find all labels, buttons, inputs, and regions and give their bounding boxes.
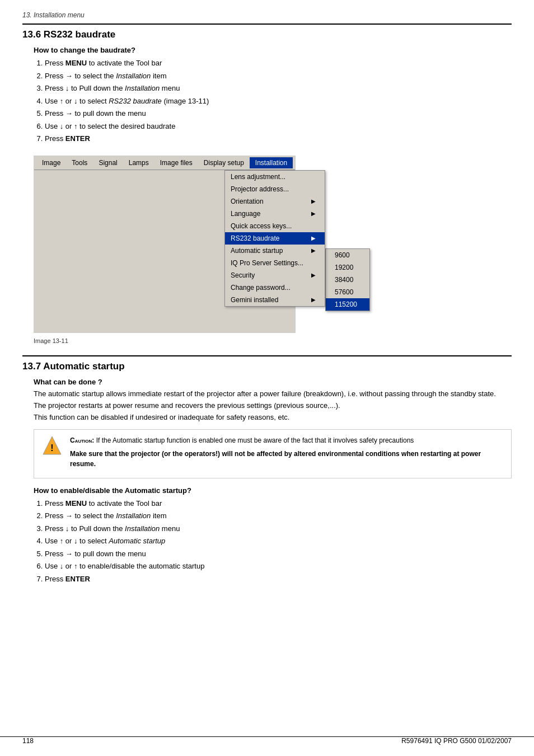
step-137-5: Press → to pull down the menu — [45, 548, 512, 560]
menu-bar: Image Tools Signal Lamps Image files Dis… — [34, 156, 295, 170]
dropdown-rs232[interactable]: RS232 baudrate▶ — [225, 232, 325, 245]
steps-137: Press MENU to activate the Tool bar Pres… — [45, 498, 512, 585]
auto-startup-para2: The projector restarts at power resume a… — [34, 401, 512, 410]
steps-136: Press MENU to activate the Tool bar Pres… — [45, 58, 512, 144]
menu-item-image[interactable]: Image — [36, 157, 66, 168]
caution-text: Caution: If the Automatic startup functi… — [70, 435, 503, 472]
step-136-5: Press → to pull down the menu — [45, 108, 512, 119]
baud-115200[interactable]: 115200 — [326, 298, 369, 311]
section-136: 13.6 RS232 baudrate How to change the ba… — [22, 24, 512, 344]
breadcrumb: 13. Installation menu — [22, 11, 512, 19]
section-136-title: 13.6 RS232 baudrate — [22, 29, 512, 40]
step-137-7: Press ENTER — [45, 574, 512, 585]
subsection-136-1-title: How to change the baudrate? — [34, 46, 512, 54]
menu-item-signal[interactable]: Signal — [93, 157, 123, 168]
caution-icon: ! — [42, 435, 62, 456]
section-137: 13.7 Automatic startup What can be done … — [22, 355, 512, 585]
dropdown-iqpro[interactable]: IQ Pro Server Settings... — [225, 257, 325, 269]
step-136-4: Use ↑ or ↓ to select RS232 baudrate (ima… — [45, 96, 512, 107]
baudrate-submenu: 9600 19200 38400 57600 115200 — [325, 248, 370, 311]
installation-dropdown: Lens adjustment... Projector address... … — [224, 170, 325, 307]
step-136-7: Press ENTER — [45, 133, 512, 144]
dropdown-autostartup[interactable]: Automatic startup▶ — [225, 245, 325, 257]
section-137-content: What can be done ? The automatic startup… — [34, 378, 512, 585]
dropdown-changepassword[interactable]: Change password... — [225, 281, 325, 294]
step-136-3: Press ↓ to Pull down the Installation me… — [45, 83, 512, 94]
step-136-6: Use ↓ or ↑ to select the desired baudrat… — [45, 121, 512, 132]
section-137-title: 13.7 Automatic startup — [22, 361, 512, 372]
auto-startup-para1: The automatic startup allows immediate r… — [34, 389, 512, 398]
svg-text:!: ! — [50, 443, 53, 453]
dropdown-lens[interactable]: Lens adjustment... — [225, 171, 325, 183]
page-number: 118 — [22, 737, 34, 745]
baud-19200[interactable]: 19200 — [326, 261, 369, 274]
step-136-2: Press → to select the Installation item — [45, 71, 512, 82]
step-137-1: Press MENU to activate the Tool bar — [45, 498, 512, 509]
dropdown-quickaccess[interactable]: Quick access keys... — [225, 220, 325, 232]
doc-reference: R5976491 IQ PRO G500 01/02/2007 — [401, 737, 512, 745]
dropdown-projector[interactable]: Projector address... — [225, 183, 325, 195]
menu-item-imagefiles[interactable]: Image files — [154, 157, 198, 168]
dropdown-orientation[interactable]: Orientation ▶ — [225, 195, 325, 208]
step-137-4: Use ↑ or ↓ to select Automatic startup — [45, 536, 512, 547]
baud-57600[interactable]: 57600 — [326, 286, 369, 298]
baud-9600[interactable]: 9600 — [326, 249, 369, 261]
menu-item-lamps[interactable]: Lamps — [123, 157, 154, 168]
image-caption-1311: Image 13-11 — [34, 337, 512, 344]
dropdown-gemini[interactable]: Gemini installed▶ — [225, 294, 325, 306]
dropdown-security[interactable]: Security▶ — [225, 269, 325, 281]
dropdown-language[interactable]: Language ▶ — [225, 208, 325, 220]
step-137-3: Press ↓ to Pull down the Installation me… — [45, 523, 512, 534]
page-footer: 118 R5976491 IQ PRO G500 01/02/2007 — [0, 736, 534, 745]
how-enable-disable-title: How to enable/disable the Automatic star… — [34, 486, 512, 495]
step-137-2: Press → to select the Installation item — [45, 510, 512, 522]
baud-38400[interactable]: 38400 — [326, 274, 369, 286]
what-can-be-done-title: What can be done ? — [34, 378, 512, 386]
menu-item-displaysetup[interactable]: Display setup — [198, 157, 250, 168]
step-136-1: Press MENU to activate the Tool bar — [45, 58, 512, 69]
menu-screenshot: Image Tools Signal Lamps Image files Dis… — [34, 156, 296, 333]
section-136-content: How to change the baudrate? Press MENU t… — [34, 46, 512, 344]
caution-box: ! Caution: If the Automatic startup func… — [34, 429, 512, 478]
menu-item-installation[interactable]: Installation — [250, 157, 293, 168]
menu-item-tools[interactable]: Tools — [66, 157, 93, 168]
auto-startup-para3: This function can be disabled if undesir… — [34, 413, 512, 421]
step-137-6: Use ↓ or ↑ to enable/disable the automat… — [45, 561, 512, 572]
